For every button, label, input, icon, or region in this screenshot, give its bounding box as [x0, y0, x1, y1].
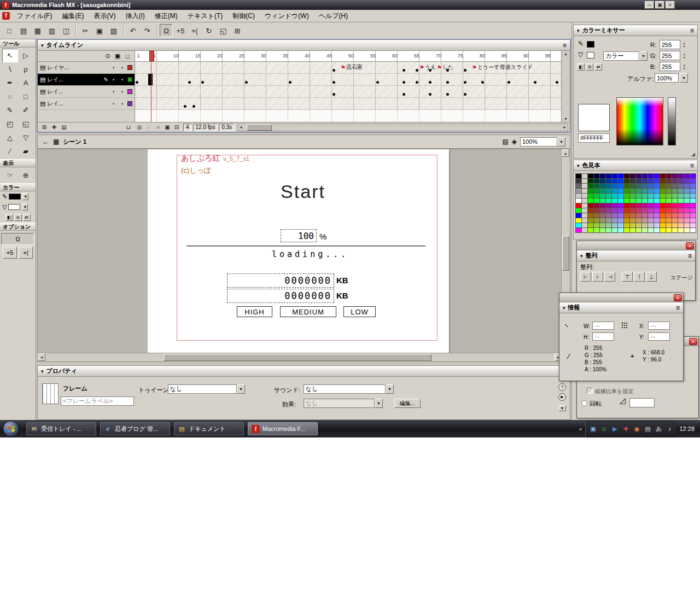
swatch[interactable]: [624, 203, 629, 208]
layer-row[interactable]: ▤レイ...••: [38, 86, 135, 98]
menu-item[interactable]: ファイル(F): [12, 10, 57, 22]
swatch[interactable]: [576, 228, 581, 232]
swatch[interactable]: [648, 208, 654, 213]
swatch[interactable]: [648, 194, 654, 198]
frame-label-input[interactable]: <フレームラベル>: [61, 396, 134, 406]
swatch[interactable]: [594, 218, 599, 223]
frames-empty-area[interactable]: [135, 110, 562, 122]
swatch[interactable]: [660, 218, 666, 223]
tray-ime-icon[interactable]: あ: [654, 425, 663, 433]
swatch[interactable]: [666, 199, 672, 203]
swatch[interactable]: [666, 184, 672, 188]
undo-icon[interactable]: ↶: [126, 24, 139, 37]
keyframe-dot[interactable]: [402, 93, 405, 96]
swatch[interactable]: [588, 194, 593, 198]
swatch[interactable]: [606, 213, 611, 218]
layer-lock-dot[interactable]: •: [119, 101, 126, 107]
tools-panel-header[interactable]: ツール: [0, 39, 36, 48]
tray-printer-icon[interactable]: ▤: [643, 425, 652, 433]
swatch[interactable]: [594, 208, 599, 213]
taskbar-task-flash[interactable]: fMacromedia F...: [248, 422, 318, 435]
align-left-button[interactable]: ⊢: [580, 272, 591, 282]
swap-colors-icon[interactable]: ⇄: [594, 63, 602, 71]
info-options-icon[interactable]: ≡: [676, 304, 680, 312]
swatch[interactable]: [576, 203, 581, 208]
layer-outline-color[interactable]: [127, 77, 132, 82]
align-bottom-button[interactable]: ⊥: [646, 272, 657, 282]
straighten-icon[interactable]: +(: [188, 24, 201, 37]
swatch[interactable]: [594, 189, 599, 193]
keyframe-dot[interactable]: [332, 81, 335, 84]
swatch[interactable]: [630, 194, 635, 198]
stage-horizontal-scrollbar[interactable]: ◄ ►: [38, 353, 562, 361]
close-button[interactable]: ×: [666, 1, 675, 9]
swatch[interactable]: [588, 199, 593, 203]
eyedropper-tool[interactable]: ∕: [2, 144, 18, 158]
swatch[interactable]: [690, 228, 696, 232]
swatch[interactable]: [600, 228, 605, 232]
pen-tool[interactable]: ✒: [2, 76, 18, 90]
swatch[interactable]: [648, 184, 654, 188]
timeline-vertical-scrollbar[interactable]: ▲ ▼: [561, 51, 570, 122]
swatch[interactable]: [618, 213, 623, 218]
swatch[interactable]: [630, 174, 635, 178]
swatch[interactable]: [684, 213, 690, 218]
swatch[interactable]: [636, 213, 641, 218]
swatch[interactable]: [684, 218, 690, 223]
sound-dropdown-icon[interactable]: ▾: [386, 384, 394, 394]
width-field[interactable]: ---: [592, 322, 614, 330]
layer-outline-color[interactable]: [127, 89, 132, 94]
swatch[interactable]: [612, 228, 617, 232]
resize-grip-icon[interactable]: ◢: [691, 151, 695, 157]
swatch[interactable]: [666, 218, 672, 223]
tray-chevron-icon[interactable]: «: [575, 425, 585, 432]
swatch[interactable]: [636, 174, 641, 178]
swatch[interactable]: [636, 228, 641, 232]
keyframe-dot[interactable]: [376, 81, 379, 84]
swatch[interactable]: [612, 179, 617, 183]
swatch[interactable]: [594, 213, 599, 218]
swatch[interactable]: [630, 199, 635, 203]
tray-firefox-icon[interactable]: ◉: [632, 425, 641, 433]
swatch[interactable]: [684, 208, 690, 213]
swatch[interactable]: [648, 213, 654, 218]
menu-item[interactable]: 挿入(I): [120, 10, 149, 22]
swatch[interactable]: [576, 194, 581, 198]
swatch[interactable]: [624, 208, 629, 213]
swatch[interactable]: [636, 223, 641, 227]
stage-canvas[interactable]: あしぷろ紅v_5_7_s1 (c)しっぽ Start 100 % loading…: [148, 149, 449, 354]
swatch[interactable]: [684, 179, 690, 183]
swatch[interactable]: [600, 199, 605, 203]
taskbar-task-mail[interactable]: ✉受信トレイ - ...: [26, 422, 96, 435]
swatch[interactable]: [582, 223, 587, 227]
swatch[interactable]: [654, 223, 660, 227]
modify-onion-markers-icon[interactable]: ⊟: [172, 124, 181, 131]
frame-row[interactable]: [135, 74, 562, 86]
align-window-titlebar[interactable]: ×: [577, 241, 695, 250]
edit-sound-button[interactable]: 編集...: [394, 399, 421, 408]
swatch[interactable]: [672, 184, 678, 188]
no-color-icon[interactable]: ⊘: [14, 214, 22, 221]
default-colors-icon[interactable]: ◧: [577, 63, 585, 71]
swatch[interactable]: [630, 179, 635, 183]
swatch[interactable]: [636, 208, 641, 213]
swatch[interactable]: [642, 179, 648, 183]
stroke-color-icon[interactable]: ✎: [578, 40, 584, 48]
zoom-control[interactable]: 100%▾: [520, 137, 565, 147]
swatch[interactable]: [672, 218, 678, 223]
swatch[interactable]: [642, 223, 648, 227]
swatch[interactable]: [654, 203, 660, 208]
layer-visibility-dot[interactable]: •: [110, 77, 117, 83]
swatch[interactable]: [660, 208, 666, 213]
movie-copyright-text[interactable]: (c)しっぽ: [181, 166, 211, 176]
swatch[interactable]: [576, 218, 581, 223]
swatch[interactable]: [618, 208, 623, 213]
keyframe-dot[interactable]: [289, 81, 291, 84]
swatch[interactable]: [582, 208, 587, 213]
swatch[interactable]: [582, 218, 587, 223]
swatch[interactable]: [678, 174, 684, 178]
swatch[interactable]: [636, 203, 641, 208]
swatch[interactable]: [618, 223, 623, 227]
swatch[interactable]: [618, 228, 623, 232]
swatch[interactable]: [660, 194, 666, 198]
